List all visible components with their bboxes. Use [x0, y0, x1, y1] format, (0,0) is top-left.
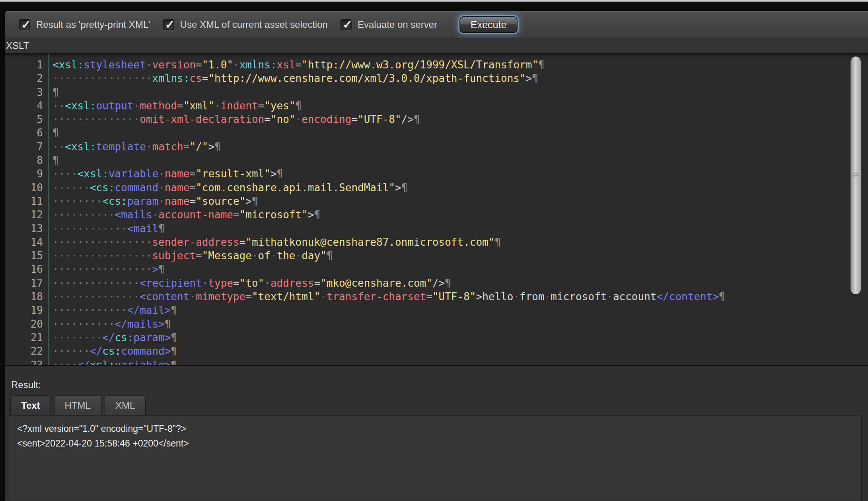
code-token: cs: [189, 72, 202, 84]
line-number: 19: [5, 303, 43, 317]
code-token: ¶: [494, 236, 501, 248]
code-token: >: [308, 209, 314, 221]
code-token: ¶: [296, 100, 302, 112]
code-token: =: [196, 250, 202, 262]
line-number: 10: [5, 181, 43, 194]
result-output-panel: <?xml version="1.0" encoding="UTF-8"?><s…: [9, 415, 862, 501]
code-text: ················xmlns:cs="http://www.cen…: [43, 72, 538, 85]
code-token: ¶: [53, 127, 59, 139]
code-text: ············<mail¶: [43, 222, 165, 235]
code-text: ¶: [43, 126, 59, 140]
code-token: name: [165, 195, 190, 207]
code-line: 2················xmlns:cs="http://www.ce…: [5, 72, 868, 85]
code-token: "mko@censhare.com": [320, 277, 432, 289]
code-token: ·: [214, 100, 221, 112]
code-token: "yes": [264, 100, 295, 112]
code-token: match: [152, 141, 183, 153]
xslt-editor-window: ✓ Result as 'pretty-print XML' ✓ Use XML…: [5, 11, 868, 501]
code-line: 20··········</mails>¶: [5, 317, 868, 331]
code-token: =: [245, 291, 252, 303]
evaluate-on-server-checkbox[interactable]: ✓: [341, 19, 352, 30]
evaluate-on-server-label: Evaluate on server: [358, 19, 437, 30]
code-token: ¶: [171, 359, 177, 366]
result-tabs: TextHTMLXML: [10, 395, 868, 415]
code-token: =: [258, 100, 265, 112]
code-token: </content>: [656, 291, 719, 303]
code-token: ¶: [165, 318, 171, 330]
code-text: ····<xsl:variable·name="result-xml">¶: [43, 167, 283, 181]
code-token: ¶: [53, 154, 59, 166]
code-token: ¶: [158, 263, 165, 275]
code-token: "/": [189, 141, 208, 153]
pretty-print-xml-checkbox[interactable]: ✓: [19, 19, 30, 30]
line-number: 16: [5, 262, 43, 276]
code-line: 4··<xsl:output·method="xml"·indent="yes"…: [5, 99, 868, 113]
code-token: </mail>: [127, 304, 171, 316]
code-token: "no": [271, 113, 296, 125]
code-token: ············: [53, 304, 127, 316]
code-token: ····: [53, 168, 78, 180]
code-token: from: [520, 291, 545, 303]
code-token: command>: [121, 345, 171, 357]
code-token: ·: [252, 250, 258, 262]
code-token: xsl: [277, 59, 296, 71]
code-token: =: [202, 72, 208, 84]
tab-html[interactable]: HTML: [54, 395, 101, 415]
code-token: <xsl:: [53, 59, 84, 71]
code-token: subject: [152, 250, 196, 262]
code-token: mimetype: [196, 291, 245, 303]
code-token: omit-xml-declaration: [140, 113, 264, 125]
code-token: address: [271, 277, 314, 289]
checkbox-group-use-xml: ✓ Use XML of current asset selection: [163, 19, 328, 30]
code-token: ¶: [252, 195, 258, 207]
code-token: "Message: [202, 250, 252, 262]
code-token: ¶: [719, 291, 725, 303]
line-number: 13: [5, 222, 43, 235]
tab-text[interactable]: Text: [10, 395, 51, 415]
xslt-code-editor[interactable]: 1<xsl:stylesheet·version="1.0"·xmlns:xsl…: [5, 53, 868, 366]
code-line: 22······</cs:command>¶: [5, 344, 868, 358]
result-line: <?xml version="1.0" encoding="UTF-8"?>: [17, 421, 853, 436]
code-token: command: [115, 182, 159, 194]
code-token: ·: [607, 291, 613, 303]
code-token: =: [239, 236, 246, 248]
code-token: ¶: [277, 168, 283, 180]
code-text: ··········</mails>¶: [43, 317, 171, 331]
use-xml-of-selection-checkbox[interactable]: ✓: [163, 19, 174, 30]
code-text: ········</cs:param>¶: [43, 331, 177, 344]
code-token: ·: [158, 168, 165, 180]
code-text: ··············<recipient·type="to"·addre…: [43, 276, 451, 290]
line-number: 3: [5, 85, 43, 99]
code-token: ······: [53, 182, 90, 194]
code-pane[interactable]: 1<xsl:stylesheet·version="1.0"·xmlns:xsl…: [5, 54, 868, 365]
code-token: ··········: [53, 318, 115, 330]
check-icon: ✓: [165, 17, 175, 31]
line-number: 2: [5, 72, 43, 85]
code-token: ················: [53, 263, 152, 275]
code-token: ¶: [171, 332, 177, 344]
code-token: version: [152, 59, 196, 71]
code-text: ··············omit-xml-declaration="no"·…: [43, 113, 420, 126]
code-text: ············</mail>¶: [43, 303, 177, 317]
line-number: 15: [5, 249, 43, 262]
tab-xml[interactable]: XML: [105, 395, 146, 415]
code-token: "UTF-8": [358, 113, 401, 125]
code-token: sender-address: [152, 236, 239, 248]
code-text: ··<xsl:output·method="xml"·indent="yes"¶: [43, 99, 302, 113]
code-token: the: [277, 250, 296, 262]
code-token: >: [271, 168, 277, 180]
code-text: ¶: [43, 153, 59, 167]
code-token: xsl:: [90, 359, 115, 366]
code-token: <content: [140, 291, 189, 303]
code-token: =: [189, 195, 196, 207]
editor-vertical-scrollbar-thumb[interactable]: [850, 56, 861, 295]
code-token: ····: [53, 359, 78, 366]
code-text: ········<cs:param·name="source">¶: [43, 194, 258, 208]
code-token: ··: [53, 100, 65, 112]
code-line: 3¶: [5, 85, 868, 99]
code-token: "http://www.w3.org/1999/XSL/Transform": [302, 59, 538, 71]
execute-button[interactable]: Execute: [459, 16, 518, 33]
code-token: "com.censhare.api.mail.SendMail": [196, 182, 395, 194]
code-text: ················sender-address="mithatko…: [43, 235, 501, 249]
code-token: ·: [320, 291, 327, 303]
